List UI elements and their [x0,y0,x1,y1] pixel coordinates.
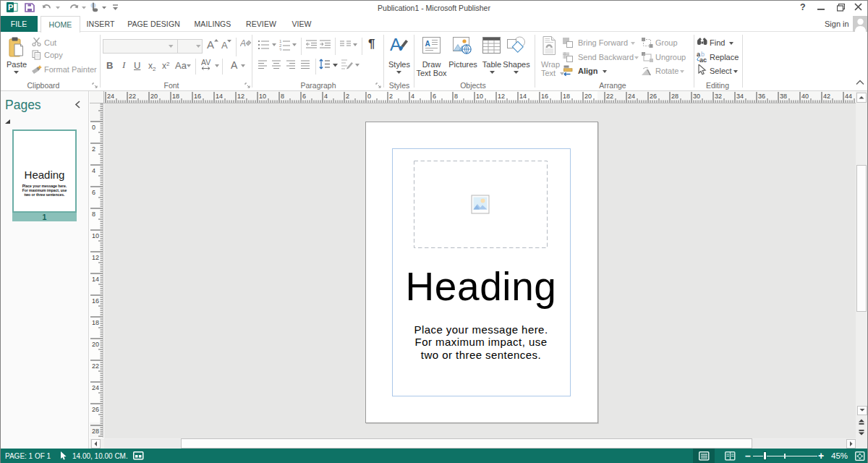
svg-text:26: 26 [92,406,99,413]
svg-text:24: 24 [628,93,635,100]
svg-text:20: 20 [92,341,99,348]
svg-text:22: 22 [92,362,99,370]
svg-text:10: 10 [259,93,266,100]
svg-text:32: 32 [715,93,722,100]
svg-text:2: 2 [346,93,349,100]
svg-text:6: 6 [302,93,306,100]
svg-text:2: 2 [389,93,393,100]
svg-text:14: 14 [519,93,527,100]
svg-text:8: 8 [281,93,284,100]
svg-text:18: 18 [172,93,179,100]
svg-text:16: 16 [92,297,99,305]
svg-text:38: 38 [780,93,787,100]
svg-text:A: A [425,40,430,48]
svg-text:ac: ac [699,56,707,62]
svg-text:0: 0 [92,124,95,131]
svg-text:16: 16 [541,93,548,100]
svg-text:44: 44 [845,93,852,100]
svg-text:34: 34 [736,93,744,100]
svg-text:28: 28 [671,93,678,100]
svg-text:A: A [390,35,401,54]
svg-text:16: 16 [194,93,201,100]
svg-text:4: 4 [92,167,95,174]
svg-text:24: 24 [107,93,114,100]
svg-text:12: 12 [237,93,244,100]
svg-text:12: 12 [498,93,505,100]
svg-text:A: A [240,38,246,48]
svg-text:3: 3 [279,48,282,51]
svg-text:6: 6 [433,93,436,100]
svg-text:8: 8 [454,93,458,100]
svg-text:20: 20 [584,93,592,100]
svg-text:24: 24 [92,384,99,391]
svg-text:28: 28 [92,428,99,435]
svg-text:14: 14 [216,93,223,100]
svg-text:6: 6 [92,189,95,196]
svg-text:26: 26 [650,93,657,100]
svg-text:22: 22 [606,93,613,100]
svg-text:2: 2 [92,145,95,153]
svg-text:8: 8 [92,211,95,218]
svg-text:18: 18 [92,319,99,326]
svg-text:4: 4 [324,93,328,100]
svg-text:12: 12 [92,254,99,261]
svg-text:4: 4 [411,93,414,100]
svg-text:10: 10 [476,93,483,100]
svg-text:0: 0 [367,93,371,100]
svg-text:30: 30 [693,93,700,100]
svg-text:40: 40 [801,93,809,100]
svg-text:14: 14 [92,276,99,283]
svg-text:22: 22 [129,93,136,100]
svg-text:AV: AV [201,59,210,67]
svg-text:20: 20 [150,93,158,100]
svg-text:42: 42 [823,93,830,100]
svg-text:10: 10 [92,232,99,239]
svg-text:18: 18 [563,93,570,100]
svg-text:36: 36 [758,93,765,100]
